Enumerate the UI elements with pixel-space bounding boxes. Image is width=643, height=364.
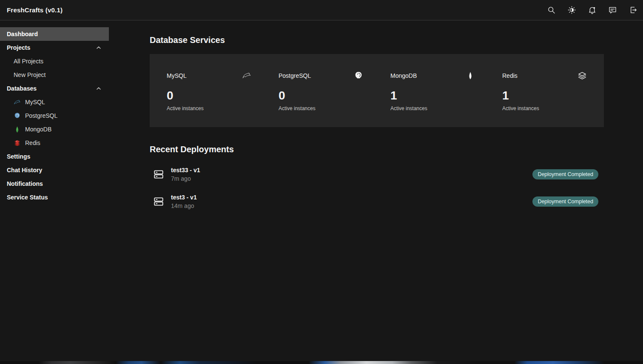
sidebar-item-label: Dashboard xyxy=(7,31,38,37)
service-count: 0 xyxy=(167,90,251,102)
mysql-icon xyxy=(14,99,21,106)
sidebar-item-redis[interactable]: Redis xyxy=(0,136,109,150)
deployments-list: test33 - v1 7m ago Deployment Completed … xyxy=(150,164,604,212)
sidebar-item-chat-history[interactable]: Chat History xyxy=(0,163,109,177)
service-card-redis: Redis 1 Active instances xyxy=(502,71,587,111)
logout-button[interactable] xyxy=(623,0,643,20)
services-heading: Database Services xyxy=(150,34,604,46)
search-icon xyxy=(547,6,556,14)
sidebar-item-notifications[interactable]: Notifications xyxy=(0,177,109,191)
service-count: 0 xyxy=(279,90,363,102)
service-name: Redis xyxy=(502,72,518,79)
sidebar-item-label: Notifications xyxy=(7,180,43,187)
search-button[interactable] xyxy=(541,0,561,20)
deployment-title: test33 - v1 xyxy=(171,167,200,173)
server-icon xyxy=(153,169,164,180)
deployment-time: 14m ago xyxy=(171,202,197,209)
theme-contrast-icon xyxy=(567,6,576,14)
sidebar-item-label: PostgreSQL xyxy=(25,112,57,119)
server-icon xyxy=(153,196,164,207)
sidebar-item-service-status[interactable]: Service Status xyxy=(0,191,109,204)
chat-button[interactable] xyxy=(602,0,623,20)
sidebar-item-label: Settings xyxy=(7,153,30,160)
sidebar-item-label: Chat History xyxy=(7,167,42,173)
topbar-actions xyxy=(541,0,643,20)
mysql-icon xyxy=(242,71,251,80)
sidebar-item-label: Projects xyxy=(7,44,30,51)
sidebar-item-dashboard[interactable]: Dashboard xyxy=(0,27,109,41)
redis-icon xyxy=(578,71,587,80)
deployment-row[interactable]: test3 - v1 14m ago Deployment Completed xyxy=(150,191,604,212)
theme-toggle-button[interactable] xyxy=(561,0,582,20)
postgresql-icon xyxy=(354,71,363,80)
sidebar-item-label: MySQL xyxy=(25,99,45,105)
sidebar-item-label: MongoDB xyxy=(25,126,51,133)
bottom-screen-edge xyxy=(0,361,643,364)
sidebar-item-label: Service Status xyxy=(7,194,48,201)
deployments-heading: Recent Deployments xyxy=(150,144,604,155)
sidebar-item-settings[interactable]: Settings xyxy=(0,150,109,163)
main-content: Database Services MySQL 0 Active instanc… xyxy=(109,20,643,361)
layout: Dashboard Projects All Projects New Proj… xyxy=(0,20,643,361)
service-count: 1 xyxy=(390,90,475,102)
sidebar-item-label: Databases xyxy=(7,85,37,92)
notifications-button[interactable] xyxy=(582,0,602,20)
sidebar-item-mongodb[interactable]: MongoDB xyxy=(0,122,109,136)
sidebar-item-databases[interactable]: Databases xyxy=(0,82,109,95)
service-sublabel: Active instances xyxy=(502,105,587,111)
logout-icon xyxy=(629,6,637,14)
deployment-title: test3 - v1 xyxy=(171,194,197,201)
app-title: FreshCrafts (v0.1) xyxy=(7,6,63,14)
chevron-up-icon xyxy=(95,85,102,92)
sidebar-item-label: New Project xyxy=(14,71,46,78)
deployment-info: test33 - v1 7m ago xyxy=(171,167,200,182)
deployment-time: 7m ago xyxy=(171,175,200,182)
service-sublabel: Active instances xyxy=(390,105,475,111)
topbar: FreshCrafts (v0.1) xyxy=(0,0,643,20)
chevron-up-icon xyxy=(95,44,102,51)
service-count: 1 xyxy=(502,90,587,102)
service-name: PostgreSQL xyxy=(279,72,311,79)
service-sublabel: Active instances xyxy=(279,105,363,111)
chat-icon xyxy=(608,6,617,14)
service-name: MySQL xyxy=(167,72,187,79)
sidebar-item-postgresql[interactable]: PostgreSQL xyxy=(0,109,109,122)
sidebar-item-new-project[interactable]: New Project xyxy=(0,68,109,82)
service-name: MongoDB xyxy=(390,72,417,79)
service-card-postgresql: PostgreSQL 0 Active instances xyxy=(279,71,363,111)
status-badge: Deployment Completed xyxy=(532,196,598,207)
sidebar-item-label: All Projects xyxy=(14,58,43,65)
sidebar-item-mysql[interactable]: MySQL xyxy=(0,95,109,109)
mongodb-icon xyxy=(14,126,21,133)
service-sublabel: Active instances xyxy=(167,105,251,111)
sidebar: Dashboard Projects All Projects New Proj… xyxy=(0,20,109,361)
services-panel: MySQL 0 Active instances PostgreSQL xyxy=(150,54,604,127)
mongodb-icon xyxy=(466,71,475,80)
sidebar-item-label: Redis xyxy=(25,139,40,146)
service-card-mongodb: MongoDB 1 Active instances xyxy=(390,71,475,111)
redis-icon xyxy=(14,139,21,147)
postgresql-icon xyxy=(14,112,21,119)
deployment-info: test3 - v1 14m ago xyxy=(171,194,197,209)
status-badge: Deployment Completed xyxy=(532,169,598,180)
notifications-bell-icon xyxy=(588,6,597,14)
sidebar-item-projects[interactable]: Projects xyxy=(0,41,109,54)
sidebar-item-all-projects[interactable]: All Projects xyxy=(0,54,109,68)
service-card-mysql: MySQL 0 Active instances xyxy=(167,71,251,111)
deployment-row[interactable]: test33 - v1 7m ago Deployment Completed xyxy=(150,164,604,185)
